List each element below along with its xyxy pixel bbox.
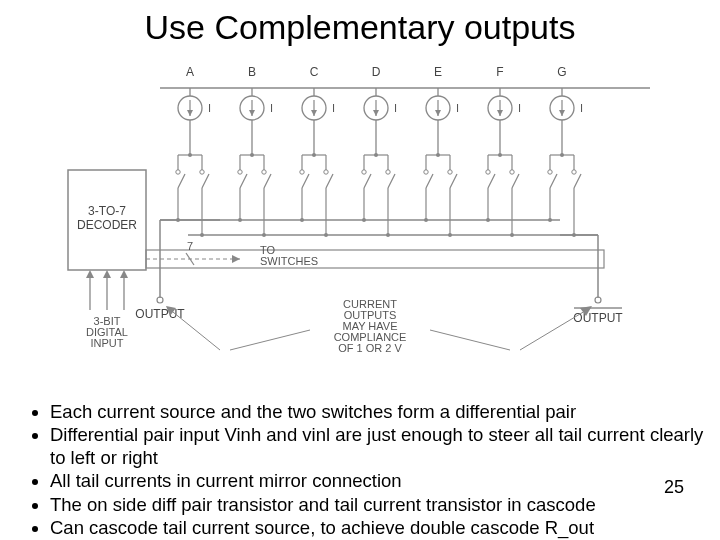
current-source-b: BI bbox=[238, 65, 273, 237]
svg-line-147 bbox=[168, 308, 220, 350]
page-title: Use Complementary outputs bbox=[0, 8, 720, 47]
slash-seven: 7 bbox=[187, 240, 193, 252]
svg-point-82 bbox=[424, 170, 428, 174]
bullet-item: Differential pair input Vinh and vinl ar… bbox=[50, 423, 708, 469]
current-source-c: CI bbox=[300, 65, 335, 237]
svg-line-11 bbox=[178, 174, 185, 188]
source-label: A bbox=[186, 65, 194, 79]
current-i-label: I bbox=[456, 102, 459, 114]
svg-point-64 bbox=[362, 170, 366, 174]
compliance-label: CURRENTOUTPUTSMAY HAVECOMPLIANCEOF 1 OR … bbox=[334, 298, 407, 354]
three-bit-input-arrows bbox=[86, 270, 128, 310]
current-source-a: AI bbox=[176, 65, 211, 237]
current-source-g: GI bbox=[548, 65, 583, 237]
current-source-f: FI bbox=[486, 65, 521, 237]
svg-line-139 bbox=[186, 253, 194, 265]
current-i-label: I bbox=[270, 102, 273, 114]
svg-line-47 bbox=[302, 174, 309, 188]
source-label: B bbox=[248, 65, 256, 79]
svg-point-33 bbox=[262, 170, 266, 174]
bullet-item: Can cascode tail current source, to achi… bbox=[50, 516, 708, 539]
svg-line-83 bbox=[426, 174, 433, 188]
current-i-label: I bbox=[394, 102, 397, 114]
svg-marker-112 bbox=[559, 110, 565, 116]
svg-point-69 bbox=[386, 170, 390, 174]
svg-point-87 bbox=[448, 170, 452, 174]
to-switches-label: TOSWITCHES bbox=[260, 244, 318, 267]
svg-rect-137 bbox=[146, 250, 604, 268]
svg-marker-58 bbox=[373, 110, 379, 116]
diagram-svg: AIBICIDIEIFIGI OUTPUT OUTPUT 3-TO-7DECOD… bbox=[60, 60, 660, 390]
svg-line-88 bbox=[450, 174, 457, 188]
svg-line-149 bbox=[520, 308, 590, 350]
svg-point-51 bbox=[324, 170, 328, 174]
source-label: F bbox=[496, 65, 503, 79]
page-number: 25 bbox=[664, 477, 684, 498]
circuit-diagram: AIBICIDIEIFIGI OUTPUT OUTPUT 3-TO-7DECOD… bbox=[60, 60, 660, 390]
svg-line-119 bbox=[550, 174, 557, 188]
svg-marker-76 bbox=[435, 110, 441, 116]
svg-marker-142 bbox=[86, 270, 94, 278]
svg-line-124 bbox=[574, 174, 581, 188]
bullet-item: Each current source and the two switches… bbox=[50, 400, 708, 423]
current-i-label: I bbox=[208, 102, 211, 114]
source-label: D bbox=[372, 65, 381, 79]
svg-point-10 bbox=[176, 170, 180, 174]
svg-marker-146 bbox=[120, 270, 128, 278]
svg-point-123 bbox=[572, 170, 576, 174]
svg-marker-140 bbox=[232, 255, 240, 263]
svg-line-29 bbox=[240, 174, 247, 188]
current-i-label: I bbox=[580, 102, 583, 114]
svg-marker-22 bbox=[249, 110, 255, 116]
svg-marker-144 bbox=[103, 270, 111, 278]
bullet-list: Each current source and the two switches… bbox=[28, 400, 708, 539]
svg-line-152 bbox=[430, 330, 510, 350]
svg-point-105 bbox=[510, 170, 514, 174]
current-source-e: EI bbox=[424, 65, 459, 237]
current-i-label: I bbox=[332, 102, 335, 114]
svg-line-151 bbox=[230, 330, 310, 350]
svg-marker-40 bbox=[311, 110, 317, 116]
svg-line-70 bbox=[388, 174, 395, 188]
svg-point-15 bbox=[200, 170, 204, 174]
svg-point-28 bbox=[238, 170, 242, 174]
bullet-item: The on side diff pair transistor and tai… bbox=[50, 493, 708, 516]
source-label: E bbox=[434, 65, 442, 79]
three-bit-input-label: 3-BITDIGITALINPUT bbox=[86, 315, 128, 349]
source-label: G bbox=[557, 65, 566, 79]
svg-point-118 bbox=[548, 170, 552, 174]
svg-line-65 bbox=[364, 174, 371, 188]
svg-marker-94 bbox=[497, 110, 503, 116]
current-source-d: DI bbox=[362, 65, 397, 237]
svg-line-16 bbox=[202, 174, 209, 188]
current-i-label: I bbox=[518, 102, 521, 114]
svg-line-106 bbox=[512, 174, 519, 188]
decoder-block-label: 3-TO-7DECODER bbox=[77, 204, 137, 232]
svg-line-52 bbox=[326, 174, 333, 188]
output-left-label: OUTPUT bbox=[135, 307, 185, 321]
svg-point-100 bbox=[486, 170, 490, 174]
svg-point-46 bbox=[300, 170, 304, 174]
svg-line-34 bbox=[264, 174, 271, 188]
source-label: C bbox=[310, 65, 319, 79]
bullet-item: All tail currents in current mirror conn… bbox=[50, 469, 708, 492]
svg-line-101 bbox=[488, 174, 495, 188]
svg-marker-4 bbox=[187, 110, 193, 116]
